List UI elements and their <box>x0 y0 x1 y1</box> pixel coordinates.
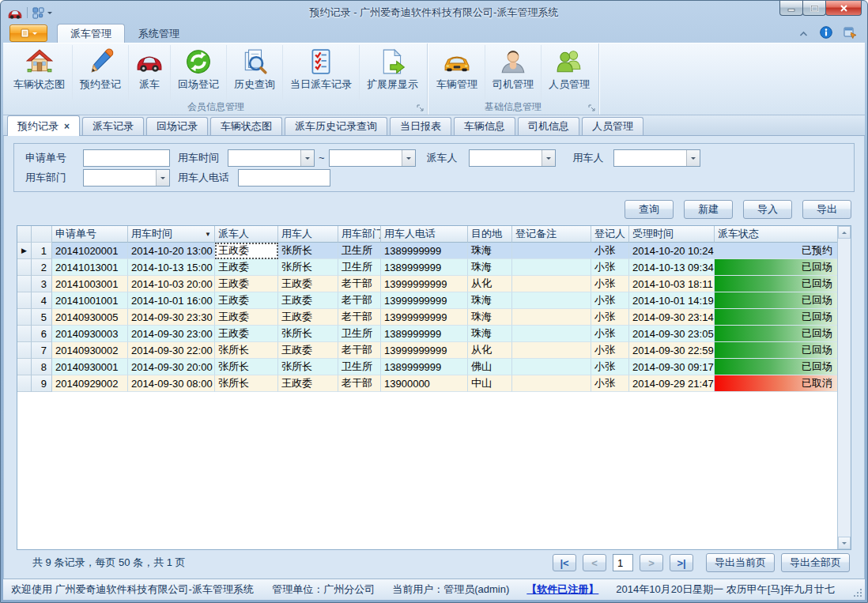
ribbon-button-vehicle-management[interactable]: 车辆管理 <box>429 45 485 100</box>
cell[interactable]: 13999999999 <box>381 292 468 309</box>
row-indicator-cell[interactable] <box>17 342 32 359</box>
doc-tab-dispatch-history-query[interactable]: 派车历史记录查询 <box>285 117 387 135</box>
cell[interactable]: 佛山 <box>468 359 512 375</box>
cell[interactable]: 已回场 <box>715 342 837 359</box>
row-indicator-cell[interactable] <box>17 259 32 276</box>
use-time-to-combo[interactable] <box>329 149 416 167</box>
doc-tab-vehicle-info[interactable]: 车辆信息 <box>454 117 515 135</box>
request-no-input[interactable] <box>83 149 170 167</box>
skin-style-icon[interactable] <box>843 26 857 41</box>
dispatcher-combo[interactable] <box>469 149 556 167</box>
cell[interactable]: 2014-10-13 09:34 <box>629 259 715 276</box>
row-indicator-cell[interactable] <box>17 326 32 342</box>
ribbon-button-vehicle-status-map[interactable]: 车辆状态图 <box>6 45 73 100</box>
cell[interactable]: 珠海 <box>468 309 512 326</box>
phone-input[interactable] <box>238 169 330 187</box>
cell[interactable]: 从化 <box>468 276 512 292</box>
prev-page-button[interactable]: < <box>583 554 606 571</box>
cell[interactable]: 王政委 <box>215 326 278 342</box>
cell[interactable]: 王政委 <box>215 292 278 309</box>
column-header-11[interactable]: 派车状态 <box>715 226 837 243</box>
cell[interactable]: 20141013001 <box>52 259 128 276</box>
row-indicator-cell[interactable] <box>17 375 32 392</box>
export-button[interactable]: 导出 <box>802 200 851 219</box>
ribbon-tab-system[interactable]: 系统管理 <box>125 24 193 43</box>
cell[interactable]: 王政委 <box>278 342 338 359</box>
row-indicator-cell[interactable] <box>17 276 32 292</box>
row-number-cell[interactable]: 5 <box>32 309 52 326</box>
row-number-cell[interactable]: 9 <box>32 375 52 392</box>
cell[interactable]: 1389999999 <box>381 259 468 276</box>
chevron-down-icon[interactable] <box>156 170 169 186</box>
cell[interactable]: 2014-10-03 18:11 <box>629 276 715 292</box>
cell[interactable]: 王政委 <box>215 276 278 292</box>
cell[interactable]: 老干部 <box>338 375 381 392</box>
column-header-1[interactable]: 申请单号 <box>52 226 128 243</box>
cell[interactable]: 2014-10-01 16:00 <box>128 292 215 309</box>
cell[interactable]: 珠海 <box>468 259 512 276</box>
cell[interactable] <box>512 375 591 392</box>
column-header-2[interactable]: 用车时间▼ <box>128 226 215 243</box>
cell[interactable]: 2014-09-30 08:00 <box>128 375 215 392</box>
cell[interactable]: 卫生所 <box>338 243 381 259</box>
cell[interactable]: 张所长 <box>278 243 338 259</box>
cell[interactable]: 13999999999 <box>381 276 468 292</box>
cell[interactable]: 王政委 <box>215 243 278 259</box>
dialog-launcher-icon[interactable] <box>588 104 595 111</box>
cell[interactable]: 张所长 <box>278 326 338 342</box>
maximize-button[interactable] <box>802 1 826 16</box>
cell[interactable]: 13999999999 <box>381 309 468 326</box>
cell[interactable]: 13900000 <box>381 375 468 392</box>
cell[interactable]: 20140930003 <box>52 326 128 342</box>
ribbon-button-return-register[interactable]: 回场登记 <box>171 45 227 100</box>
quick-access-layout-icon[interactable] <box>32 7 44 19</box>
doc-tab-return-records[interactable]: 回场记录 <box>146 117 208 135</box>
next-page-button[interactable]: > <box>640 554 663 571</box>
last-page-button[interactable]: >| <box>670 554 693 571</box>
cell[interactable]: 2014-09-30 23:05 <box>629 326 715 342</box>
cell[interactable]: 已取消 <box>715 375 837 392</box>
chevron-down-icon[interactable] <box>542 150 555 166</box>
cell[interactable]: 已回场 <box>715 326 837 342</box>
cell[interactable]: 王政委 <box>278 292 338 309</box>
cell[interactable]: 13999999999 <box>381 342 468 359</box>
row-indicator-cell[interactable] <box>17 359 32 375</box>
cell[interactable]: 1389999999 <box>381 326 468 342</box>
cell[interactable]: 从化 <box>468 342 512 359</box>
cell[interactable]: 2014-10-01 14:19 <box>629 292 715 309</box>
column-header-5[interactable]: 用车部门 <box>338 226 381 243</box>
cell[interactable]: 2014-09-30 22:59 <box>629 342 715 359</box>
first-page-button[interactable]: |< <box>553 554 576 571</box>
cell[interactable]: 王政委 <box>278 276 338 292</box>
chevron-down-icon[interactable] <box>300 150 314 166</box>
cell[interactable]: 小张 <box>591 243 629 259</box>
scroll-down-icon[interactable] <box>838 537 851 549</box>
cell[interactable]: 2014-09-30 09:17 <box>629 359 715 375</box>
ribbon-button-dispatch-vehicle[interactable]: 派车 <box>129 45 171 100</box>
doc-tab-daily-report[interactable]: 当日报表 <box>390 117 451 135</box>
user-combo[interactable] <box>613 149 700 167</box>
ribbon-button-reservation-register[interactable]: 预约登记 <box>73 45 129 100</box>
cell[interactable]: 20140930005 <box>52 309 128 326</box>
cell[interactable]: 珠海 <box>468 326 512 342</box>
cell[interactable]: 20141001001 <box>52 292 128 309</box>
collapse-ribbon-chevron-icon[interactable] <box>798 28 809 40</box>
ribbon-tab-dispatch[interactable]: 派车管理 <box>57 24 125 43</box>
column-header-4[interactable]: 用车人 <box>278 226 338 243</box>
cell[interactable]: 王政委 <box>278 309 338 326</box>
quick-access-dropdown-icon[interactable] <box>47 12 52 17</box>
doc-tab-dispatch-records[interactable]: 派车记录 <box>82 117 144 135</box>
cell[interactable]: 20140930001 <box>52 359 128 375</box>
cell[interactable] <box>512 309 591 326</box>
row-indicator-cell[interactable]: ▶ <box>17 243 32 259</box>
cell[interactable]: 小张 <box>591 375 629 392</box>
cell[interactable] <box>512 326 591 342</box>
application-menu-button[interactable] <box>9 24 47 42</box>
cell[interactable]: 老干部 <box>338 342 381 359</box>
cell[interactable]: 20140929002 <box>52 375 128 392</box>
cell[interactable]: 卫生所 <box>338 259 381 276</box>
close-button[interactable] <box>825 1 862 16</box>
cell[interactable] <box>512 359 591 375</box>
cell[interactable]: 2014-09-30 20:00 <box>128 359 215 375</box>
ribbon-button-history-search[interactable]: 历史查询 <box>227 45 283 100</box>
